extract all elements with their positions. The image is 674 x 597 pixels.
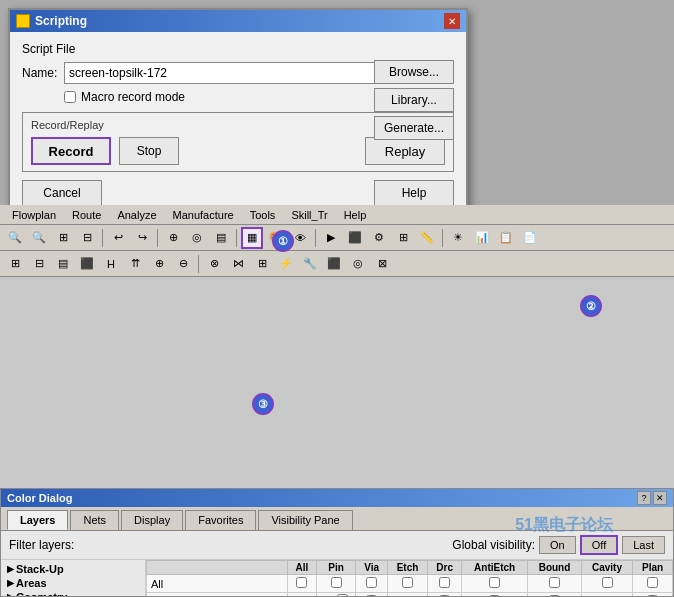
tab-visibility[interactable]: Visibility Pane xyxy=(258,510,352,530)
measure-btn[interactable]: 📏 xyxy=(416,227,438,249)
toolbar-sep-2 xyxy=(157,229,158,247)
t2-btn10[interactable]: ⋈ xyxy=(227,253,249,275)
zoom-area-btn[interactable]: ⊟ xyxy=(76,227,98,249)
record-button[interactable]: Record xyxy=(31,137,111,165)
tab-favorites[interactable]: Favorites xyxy=(185,510,256,530)
macro-checkbox[interactable] xyxy=(64,91,76,103)
t2-btn2[interactable]: ⊟ xyxy=(28,253,50,275)
generate-button[interactable]: Generate... xyxy=(374,116,454,140)
table-btn[interactable]: 📋 xyxy=(495,227,517,249)
menu-flowplan[interactable]: Flowplan xyxy=(4,207,64,223)
bar-btn[interactable]: 📊 xyxy=(471,227,493,249)
col-via-header[interactable]: Via xyxy=(356,561,387,575)
property-btn[interactable]: ▤ xyxy=(210,227,232,249)
menu-analyze[interactable]: Analyze xyxy=(109,207,164,223)
color-dialog-close[interactable]: ✕ xyxy=(653,491,667,505)
t2-btn4[interactable]: ⬛ xyxy=(76,253,98,275)
cell-top-antietch[interactable] xyxy=(462,593,528,597)
tab-display[interactable]: Display xyxy=(121,510,183,530)
t2-btn8[interactable]: ⊖ xyxy=(172,253,194,275)
cell-all-pin[interactable] xyxy=(316,575,356,593)
cell-all-via[interactable] xyxy=(356,575,387,593)
col-cavity-header[interactable]: Cavity xyxy=(581,561,632,575)
col-all-header[interactable]: All xyxy=(288,561,317,575)
cell-top-etch[interactable] xyxy=(387,593,427,597)
t2-btn13[interactable]: 🔧 xyxy=(299,253,321,275)
stop-btn2[interactable]: ⬛ xyxy=(344,227,366,249)
t2-btn15[interactable]: ◎ xyxy=(347,253,369,275)
vis-last-btn[interactable]: Last xyxy=(622,536,665,554)
replay-button[interactable]: Replay xyxy=(365,137,445,165)
menu-manufacture[interactable]: Manufacture xyxy=(165,207,242,223)
t2-btn9[interactable]: ⊗ xyxy=(203,253,225,275)
select-btn[interactable]: ⊕ xyxy=(162,227,184,249)
zoom-out-btn[interactable]: 🔍 xyxy=(28,227,50,249)
toolbar-secondary: ⊞ ⊟ ▤ ⬛ H ⇈ ⊕ ⊖ ⊗ ⋈ ⊞ ⚡ 🔧 ⬛ ◎ ⊠ xyxy=(0,251,674,277)
menu-route[interactable]: Route xyxy=(64,207,109,223)
cell-top-cavity[interactable] xyxy=(581,593,632,597)
stop-button[interactable]: Stop xyxy=(119,137,179,165)
close-button[interactable]: ✕ xyxy=(444,13,460,29)
cell-top-all[interactable] xyxy=(288,593,317,597)
col-plan-header[interactable]: Plan xyxy=(633,561,673,575)
cell-top-plan[interactable] xyxy=(633,593,673,597)
tab-layers[interactable]: Layers xyxy=(7,510,68,530)
cell-all-antietch[interactable] xyxy=(462,575,528,593)
redo-btn[interactable]: ↪ xyxy=(131,227,153,249)
cell-all-all[interactable] xyxy=(288,575,317,593)
t2-btn6[interactable]: ⇈ xyxy=(124,253,146,275)
vis-off-btn[interactable]: Off xyxy=(580,535,618,555)
badge-2: ② xyxy=(580,295,602,317)
color-dialog-question[interactable]: ? xyxy=(637,491,651,505)
group-geometry[interactable]: ▶Geometry xyxy=(5,590,141,596)
group-stackup[interactable]: ▶Stack-Up xyxy=(5,562,141,576)
settings-btn[interactable]: ⚙ xyxy=(368,227,390,249)
cell-all-etch[interactable] xyxy=(387,575,427,593)
col-pin-header[interactable]: Pin xyxy=(316,561,356,575)
col-antietch-header[interactable]: AntiEtch xyxy=(462,561,528,575)
cell-top-pin[interactable] xyxy=(316,593,356,597)
zoom-in-btn[interactable]: 🔍 xyxy=(4,227,26,249)
cell-top-via[interactable] xyxy=(356,593,387,597)
cancel-button[interactable]: Cancel xyxy=(22,180,102,206)
macro-label: Macro record mode xyxy=(81,90,185,104)
cell-all-plan[interactable] xyxy=(633,575,673,593)
run-btn[interactable]: ▶ xyxy=(320,227,342,249)
cell-all-drc[interactable] xyxy=(428,575,462,593)
browse-button[interactable]: Browse... xyxy=(374,60,454,84)
color-dialog-titlebar: Color Dialog ? ✕ xyxy=(1,489,673,507)
t2-btn12[interactable]: ⚡ xyxy=(275,253,297,275)
cell-top-bound[interactable] xyxy=(528,593,582,597)
t2-btn1[interactable]: ⊞ xyxy=(4,253,26,275)
report-btn[interactable]: 📄 xyxy=(519,227,541,249)
col-drc-header[interactable]: Drc xyxy=(428,561,462,575)
cell-top-drc[interactable] xyxy=(428,593,462,597)
row-all-name: All xyxy=(147,575,288,593)
menu-skill[interactable]: Skill_Tr xyxy=(283,207,335,223)
cell-all-bound[interactable] xyxy=(528,575,582,593)
net-btn[interactable]: ◎ xyxy=(186,227,208,249)
layers-btn[interactable]: ▦ xyxy=(241,227,263,249)
tab-nets[interactable]: Nets xyxy=(70,510,119,530)
cell-all-cavity[interactable] xyxy=(581,575,632,593)
t2-btn3[interactable]: ▤ xyxy=(52,253,74,275)
library-button[interactable]: Library... xyxy=(374,88,454,112)
t2-btn16[interactable]: ⊠ xyxy=(371,253,393,275)
dialog-body: Script File Name: Macro record mode Brow… xyxy=(10,32,466,218)
vis-on-btn[interactable]: On xyxy=(539,536,576,554)
menu-tools[interactable]: Tools xyxy=(242,207,284,223)
menu-help[interactable]: Help xyxy=(336,207,375,223)
t2-btn5[interactable]: H xyxy=(100,253,122,275)
group-areas[interactable]: ▶Areas xyxy=(5,576,141,590)
sun-btn[interactable]: ☀ xyxy=(447,227,469,249)
zoom-fit-btn[interactable]: ⊞ xyxy=(52,227,74,249)
help-button[interactable]: Help xyxy=(374,180,454,206)
t2-btn11[interactable]: ⊞ xyxy=(251,253,273,275)
grid-btn[interactable]: ⊞ xyxy=(392,227,414,249)
buttons-column: Browse... Library... Generate... xyxy=(374,60,454,140)
t2-btn7[interactable]: ⊕ xyxy=(148,253,170,275)
undo-btn[interactable]: ↩ xyxy=(107,227,129,249)
col-bound-header[interactable]: Bound xyxy=(528,561,582,575)
t2-btn14[interactable]: ⬛ xyxy=(323,253,345,275)
col-etch-header[interactable]: Etch xyxy=(387,561,427,575)
